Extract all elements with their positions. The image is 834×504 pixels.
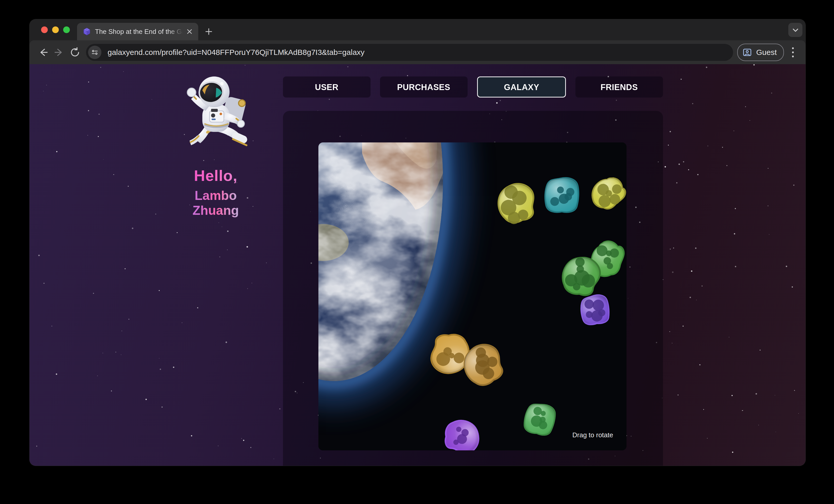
guest-avatar-icon <box>742 47 752 57</box>
tab-friends[interactable]: FRIENDS <box>575 76 663 97</box>
minimize-window-button[interactable] <box>52 26 59 33</box>
browser-titlebar: The Shop at the End of the Ga <box>29 19 806 40</box>
site-info-icon[interactable] <box>88 46 102 59</box>
drag-hint-text: Drag to rotate <box>572 431 613 439</box>
galaxy-3d-canvas[interactable]: Drag to rotate <box>319 142 627 450</box>
greeting-text: Hello, <box>173 167 258 184</box>
back-button[interactable] <box>35 44 51 60</box>
screenshot-stage: The Shop at the End of the Ga <box>0 0 834 504</box>
new-tab-button[interactable] <box>202 25 215 38</box>
window-controls <box>41 26 70 33</box>
tab-galaxy[interactable]: GALAXY <box>477 76 566 97</box>
profile-nav-tabs: USER PURCHASES GALAXY FRIENDS <box>283 76 663 97</box>
tab-title: The Shop at the End of the Ga <box>95 28 185 36</box>
asteroid-amber-left <box>431 335 468 373</box>
asteroid-purple-small <box>579 294 611 326</box>
guest-profile-button[interactable]: Guest <box>737 44 784 61</box>
url-text: galaxyend.com/profile?uid=N048FFPoruY76Q… <box>108 48 365 57</box>
close-window-button[interactable] <box>41 26 48 33</box>
tab-purchases[interactable]: PURCHASES <box>380 76 467 97</box>
address-bar[interactable]: galaxyend.com/profile?uid=N048FFPoruY76Q… <box>86 44 733 61</box>
tab-search-chevron-button[interactable] <box>788 23 803 37</box>
browser-window: The Shop at the End of the Ga <box>29 19 806 466</box>
tab-close-icon[interactable] <box>185 27 194 36</box>
browser-toolbar: galaxyend.com/profile?uid=N048FFPoruY76Q… <box>29 40 806 64</box>
reload-button[interactable] <box>67 44 83 60</box>
browser-menu-button[interactable] <box>786 44 800 60</box>
username-text: Lambo Zhuang <box>173 188 258 218</box>
guest-label: Guest <box>756 48 777 57</box>
galaxy-panel: Drag to rotate <box>283 111 663 466</box>
site-favicon-icon <box>83 27 91 36</box>
browser-tab[interactable]: The Shop at the End of the Ga <box>77 23 198 40</box>
forward-button[interactable] <box>51 44 67 60</box>
tab-user[interactable]: USER <box>283 76 371 97</box>
zoom-window-button[interactable] <box>63 26 70 33</box>
asteroid-teal <box>545 178 578 212</box>
profile-sidebar: Hello, Lambo Zhuang <box>173 74 258 218</box>
astronaut-illustration <box>181 74 250 152</box>
page-content: Hello, Lambo Zhuang USER PURCHASES GALAX… <box>29 64 806 466</box>
